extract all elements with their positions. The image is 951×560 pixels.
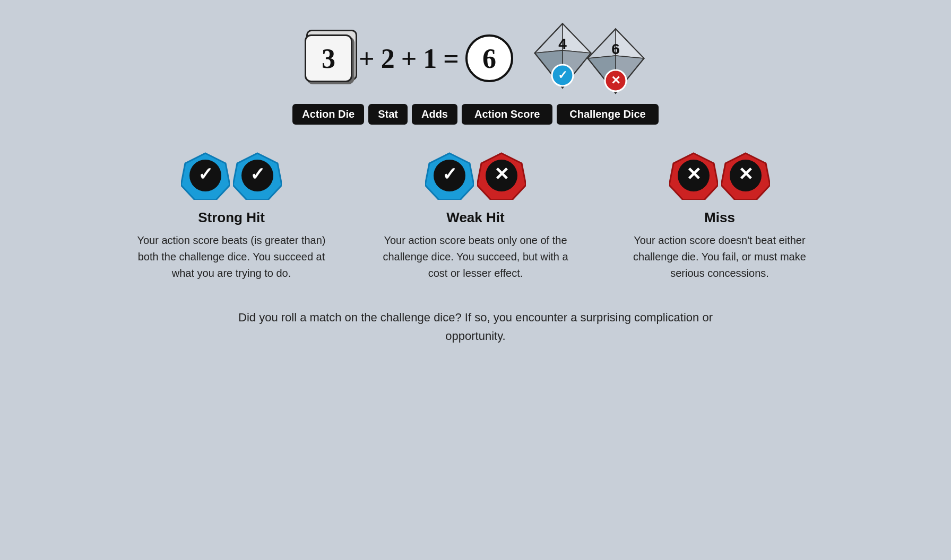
adds-label: Adds: [412, 104, 457, 125]
strong-hit-icon-2: ✓: [233, 151, 282, 200]
footer-note: Did you roll a match on the challenge di…: [237, 308, 714, 345]
miss-icon-1: ✕: [669, 151, 718, 200]
challenge-die-2: 6 ✕: [585, 27, 646, 95]
adds-number: 1: [423, 43, 437, 74]
action-die-label: Action Die: [292, 104, 364, 125]
miss-icons: ✕ ✕: [669, 151, 770, 200]
action-score-label: Action Score: [462, 104, 552, 125]
svg-text:✕: ✕: [494, 164, 509, 184]
weak-hit-icon-2: ✕: [477, 151, 526, 200]
weak-hit-title: Weak Hit: [446, 209, 504, 226]
stat-label: Stat: [368, 104, 408, 125]
outcomes-section: ✓ ✓ Strong Hit Your action score beats (…: [77, 151, 874, 282]
miss-desc: Your action score doesn't beat either ch…: [619, 232, 820, 282]
miss-icon-2: ✕: [721, 151, 770, 200]
die-value: 3: [322, 43, 335, 74]
weak-hit-desc: Your action score beats only one of the …: [375, 232, 576, 282]
svg-marker-9: [616, 29, 644, 58]
challenge-dice-label: Challenge Dice: [557, 104, 658, 125]
svg-text:✓: ✓: [558, 68, 567, 82]
strong-hit-desc: Your action score beats (is greater than…: [131, 232, 332, 282]
d4-badge-2: ✕: [604, 69, 627, 92]
formula-section: 3 + 2 + 1 = 6 4: [11, 21, 940, 125]
challenge-dice-container: 4 ✓ 6: [532, 21, 646, 95]
svg-marker-1: [563, 24, 591, 53]
action-score-circle: 6: [465, 34, 513, 82]
equals-sign: =: [443, 43, 459, 74]
outcome-miss: ✕ ✕ Miss Your action score doesn't beat …: [619, 151, 820, 282]
svg-text:4: 4: [558, 36, 567, 52]
strong-hit-icon-1: ✓: [181, 151, 230, 200]
weak-hit-icons: ✓ ✕: [425, 151, 526, 200]
svg-text:✓: ✓: [442, 164, 457, 184]
miss-title: Miss: [704, 209, 735, 226]
svg-text:✕: ✕: [738, 164, 753, 184]
outcome-strong-hit: ✓ ✓ Strong Hit Your action score beats (…: [131, 151, 332, 282]
formula-row: 3 + 2 + 1 = 6 4: [305, 21, 646, 95]
svg-text:6: 6: [611, 41, 620, 57]
labels-row: Action Die Stat Adds Action Score Challe…: [292, 104, 658, 125]
outcome-weak-hit: ✓ ✕ Weak Hit Your action score beats onl…: [375, 151, 576, 282]
strong-hit-icons: ✓ ✓: [181, 151, 282, 200]
svg-text:✕: ✕: [686, 164, 701, 184]
action-die-cube: 3: [305, 34, 352, 82]
strong-hit-title: Strong Hit: [198, 209, 265, 226]
action-score-value: 6: [482, 43, 496, 74]
operator-plus-2: +: [401, 43, 417, 74]
svg-text:✓: ✓: [250, 164, 265, 184]
d4-badge-1: ✓: [551, 64, 574, 87]
operator-plus-1: +: [359, 43, 375, 74]
challenge-die-1: 4 ✓: [532, 21, 593, 90]
svg-text:✕: ✕: [611, 74, 620, 87]
weak-hit-icon-1: ✓: [425, 151, 474, 200]
svg-text:✓: ✓: [198, 164, 213, 184]
stat-number: 2: [381, 43, 395, 74]
